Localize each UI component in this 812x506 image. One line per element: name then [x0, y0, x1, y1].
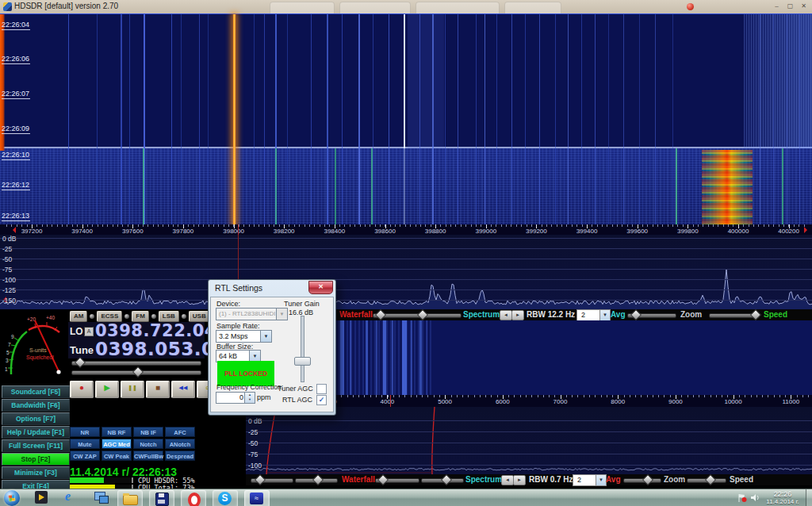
lo-a-flag[interactable]: A	[84, 327, 94, 336]
spinner-arrows-icon[interactable]: ▲▼	[244, 393, 255, 403]
zoom-slider[interactable]	[709, 313, 760, 318]
dsp-button-notch[interactable]: Notch	[133, 439, 163, 449]
slider-thumb[interactable]	[705, 474, 716, 485]
play-button[interactable]: ▶	[95, 381, 119, 398]
scale-tick	[542, 224, 542, 227]
chevron-down-icon[interactable]: ▼	[249, 351, 260, 362]
dsp-button-anotch[interactable]: ANotch	[165, 439, 195, 449]
chevron-down-icon[interactable]: ▼	[596, 475, 606, 485]
range-up-button[interactable]: ►	[511, 310, 524, 320]
range-up-button[interactable]: ►	[513, 475, 526, 485]
maximize-icon[interactable]: ▢	[784, 2, 796, 10]
slider-thumb[interactable]	[377, 474, 389, 485]
slider-thumb[interactable]	[642, 474, 653, 485]
dsp-button-nb-if[interactable]: NB IF	[133, 427, 163, 437]
dsp-button-cw-zap[interactable]: CW ZAP	[70, 450, 100, 461]
brightness-slider[interactable]	[295, 478, 338, 483]
avg-slider[interactable]	[623, 478, 661, 483]
carrier-signal-line	[404, 148, 405, 225]
rf-waterfall-display[interactable]: 22:26:0422:26:0622:26:0722:26:0922:26:10…	[0, 13, 812, 225]
help-update-button[interactable]: Help / Update [F1]	[2, 426, 70, 439]
close-icon[interactable]: ✕	[308, 281, 333, 294]
rf-frequency-scale[interactable]: 3972003974003976003978003980003982003984…	[0, 224, 812, 235]
af-spectrum-display[interactable]: 0 dB-25-50-75-100	[246, 407, 812, 474]
volume-speaker-icon[interactable]	[750, 493, 760, 503]
avg-slider[interactable]	[627, 313, 676, 318]
slider-thumb[interactable]	[375, 309, 386, 320]
options-button[interactable]: Options [F7]	[2, 412, 70, 425]
slider-thumb[interactable]	[255, 474, 266, 485]
stop-playback-button[interactable]: ■	[146, 381, 170, 398]
rf-spectrum-display[interactable]: 0 dB-25-50-75-100-125-150	[0, 235, 812, 309]
file-explorer-button[interactable]	[117, 490, 143, 506]
minimize-button[interactable]: Minimize [F3]	[2, 466, 70, 479]
mode-button-am[interactable]: AM	[70, 311, 87, 322]
slider-thumb[interactable]	[312, 474, 324, 485]
dsp-button-agc-med[interactable]: AGC Med	[102, 439, 132, 449]
record-button[interactable]: ●	[70, 381, 94, 398]
mode-button-ecss[interactable]: ECSS	[97, 311, 122, 322]
waterfall-brightness-slider[interactable]	[373, 313, 462, 318]
media-player-icon[interactable]	[33, 491, 51, 505]
floppy-tool-button[interactable]	[149, 490, 174, 506]
sample-rate-dropdown[interactable]: 3.2 Msps▼	[216, 330, 272, 343]
minimize-icon[interactable]: –	[771, 2, 783, 10]
slider-thumb[interactable]	[132, 366, 144, 378]
network-monitor-icon[interactable]	[94, 491, 111, 505]
dialog-title-bar[interactable]: RTL Settings ✕	[210, 282, 334, 297]
slider-thumb[interactable]	[417, 309, 428, 320]
rtl-agc-checkbox[interactable]: ✓	[316, 395, 327, 405]
start-button[interactable]	[4, 490, 20, 506]
scale-tick	[612, 395, 613, 397]
squelch-slider[interactable]	[71, 370, 201, 375]
dsp-button-cw-peak[interactable]: CW Peak	[102, 450, 132, 461]
close-icon[interactable]: ✕	[798, 2, 810, 10]
mode-button-usb[interactable]: USB	[189, 311, 210, 322]
avg-dropdown[interactable]: 2▼	[573, 474, 607, 486]
pause-button[interactable]: ❚❚	[121, 381, 144, 398]
dsp-button-despread[interactable]: Despread	[165, 450, 195, 461]
action-center-flag-icon[interactable]	[737, 493, 747, 503]
scale-tick	[703, 224, 703, 227]
dsp-button-afc[interactable]: AFC	[165, 427, 195, 437]
hdsdr-taskbar-button[interactable]: ≈	[244, 490, 270, 506]
dsp-button-nb-rf[interactable]: NB RF	[102, 427, 132, 437]
contrast-slider[interactable]	[251, 478, 293, 483]
mode-button-fm[interactable]: FM	[132, 311, 149, 322]
device-dropdown[interactable]: (1) - RTL2838UHIDI▼	[216, 308, 288, 320]
slider-thumb[interactable]	[441, 474, 452, 485]
waterfall-slider[interactable]	[375, 478, 419, 483]
taskbar-clock[interactable]: 22:26 11.4.2014 г.	[761, 490, 804, 505]
volume-slider[interactable]	[71, 361, 201, 366]
dsp-button-nr[interactable]: NR	[70, 427, 100, 437]
mode-button-lsb[interactable]: LSB	[159, 311, 179, 322]
soundcard-button[interactable]: Soundcard [F5]	[2, 385, 70, 398]
zoom-slider[interactable]	[687, 478, 726, 483]
windows-taskbar: e S ≈	[0, 489, 812, 506]
chevron-down-icon[interactable]: ▼	[599, 310, 610, 320]
slider-thumb[interactable]	[630, 309, 642, 320]
frequency-correction-spinner[interactable]: 0 ▲▼	[216, 392, 255, 404]
full-screen-button[interactable]: Full Screen [F11]	[2, 439, 70, 452]
show-desktop-button[interactable]	[806, 489, 812, 506]
range-down-button[interactable]: ◄	[500, 310, 512, 320]
avg-dropdown[interactable]: 2▼	[576, 309, 611, 321]
tuner-gain-slider-thumb[interactable]	[294, 357, 311, 366]
slider-thumb[interactable]	[75, 357, 86, 368]
tuner-gain-slider[interactable]	[301, 316, 304, 382]
scale-tick	[468, 395, 469, 397]
dsp-button-grid: NRNB RFNB IFAFCMuteAGC MedNotchANotchCW …	[70, 427, 195, 461]
slider-thumb[interactable]	[750, 309, 761, 320]
skype-button[interactable]: S	[213, 490, 238, 506]
internet-explorer-icon[interactable]: e	[63, 491, 81, 505]
tuner-agc-checkbox[interactable]	[316, 384, 327, 394]
spectrum-slider[interactable]	[421, 478, 464, 483]
range-down-button[interactable]: ◄	[501, 475, 514, 485]
stop-button[interactable]: Stop [F2]	[2, 453, 70, 466]
opera-button[interactable]	[181, 490, 206, 506]
rewind-button[interactable]: ◀◀	[171, 381, 195, 398]
dsp-button-cwfullbw[interactable]: CWFullBw	[133, 450, 163, 461]
dsp-button-mute[interactable]: Mute	[70, 439, 100, 449]
bandwidth-button[interactable]: Bandwidth [F6]	[2, 399, 70, 412]
chevron-down-icon[interactable]: ▼	[260, 331, 271, 342]
